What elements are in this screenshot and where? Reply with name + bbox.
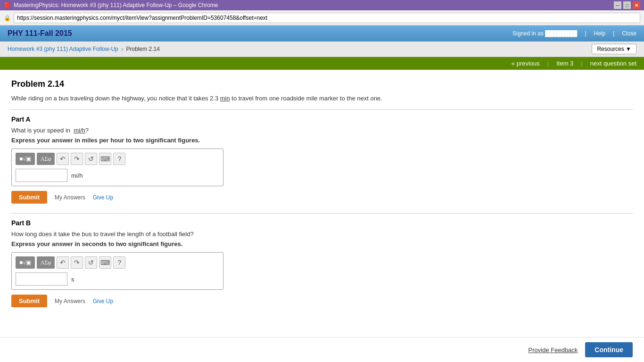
close-window-button[interactable]: ✕ xyxy=(633,1,640,9)
title-bar-controls[interactable]: ─ □ ✕ xyxy=(614,1,640,9)
browser-icon: 🔴 xyxy=(4,2,11,8)
undo-button-b[interactable]: ↶ xyxy=(57,256,69,269)
minimize-button[interactable]: ─ xyxy=(614,1,621,9)
course-title: PHY 111-Fall 2015 xyxy=(8,29,72,38)
divider-b xyxy=(11,213,633,214)
address-bar: 🔒 xyxy=(0,10,644,25)
header-separator: | xyxy=(585,30,586,37)
problem-unit1: min xyxy=(220,95,230,102)
nav-separator1: | xyxy=(547,60,549,67)
part-a-input[interactable] xyxy=(16,169,67,182)
next-link[interactable]: next question set xyxy=(590,60,636,67)
nav-bar: « previous | Item 3 | next question set xyxy=(0,57,644,70)
keyboard-button-a[interactable]: ⌨ xyxy=(99,153,111,165)
problem-title: Problem 2.14 xyxy=(11,79,633,89)
help-button-b[interactable]: ? xyxy=(113,256,125,269)
close-link[interactable]: Close xyxy=(622,30,636,37)
help-button-a[interactable]: ? xyxy=(113,153,125,165)
help-link[interactable]: Help xyxy=(594,30,606,37)
part-a-my-answers: My Answers xyxy=(55,194,85,201)
part-a-section: Part A What is your speed in mi/h? Expre… xyxy=(11,115,633,204)
resources-button[interactable]: Resources ▼ xyxy=(592,44,636,54)
part-b-submit-button[interactable]: Submit xyxy=(11,295,47,307)
header-separator2: | xyxy=(613,30,614,37)
breadcrumb-separator: › xyxy=(121,45,124,53)
undo-button-a[interactable]: ↶ xyxy=(57,153,69,165)
symbol-button-a[interactable]: ΑΣφ xyxy=(37,153,55,165)
part-a-answer-box: ■√▣ ΑΣφ ↶ ↷ ↺ ⌨ ? mi/h xyxy=(11,148,223,186)
main-content: Problem 2.14 While riding on a bus trave… xyxy=(0,70,644,326)
window-title: MasteringPhysics: Homework #3 (phy 111) … xyxy=(14,2,218,8)
math-button-b[interactable]: ■√▣ xyxy=(16,256,35,269)
description-text: While riding on a bus traveling down the… xyxy=(11,95,218,102)
breadcrumb-bar: Homework #3 (phy 111) Adaptive Follow-Up… xyxy=(0,41,644,57)
part-a-question: What is your speed in mi/h? xyxy=(11,127,633,134)
nav-separator2: | xyxy=(581,60,582,67)
header-right: Signed in as ████████ | Help | Close xyxy=(512,30,636,37)
part-b-toolbar: ■√▣ ΑΣφ ↶ ↷ ↺ ⌨ ? xyxy=(16,256,219,269)
part-b-section: Part B How long does it take the bus to … xyxy=(11,219,633,307)
redo-button-b[interactable]: ↷ xyxy=(71,256,83,269)
divider-a xyxy=(11,109,633,110)
part-a-unit-label: mi/h xyxy=(71,172,83,179)
part-b-give-up[interactable]: Give Up xyxy=(93,298,113,304)
part-a-toolbar: ■√▣ ΑΣφ ↶ ↷ ↺ ⌨ ? xyxy=(16,153,219,165)
part-b-answer-row: s xyxy=(16,272,219,286)
part-b-unit-label: s xyxy=(71,276,74,283)
redo-button-a[interactable]: ↷ xyxy=(71,153,83,165)
previous-link[interactable]: « previous xyxy=(512,60,540,67)
title-bar: 🔴 MasteringPhysics: Homework #3 (phy 111… xyxy=(0,0,644,10)
part-b-input[interactable] xyxy=(16,272,67,286)
part-a-unit: mi/h? xyxy=(72,127,89,134)
app-header: PHY 111-Fall 2015 Signed in as ████████ … xyxy=(0,25,644,41)
homework-link[interactable]: Homework #3 (phy 111) Adaptive Follow-Up xyxy=(8,46,118,52)
address-input[interactable] xyxy=(14,13,640,23)
part-a-instruction: Express your answer in miles per hour to… xyxy=(11,137,633,144)
maximize-button[interactable]: □ xyxy=(623,1,631,9)
lock-icon: 🔒 xyxy=(4,15,11,21)
math-button-a[interactable]: ■√▣ xyxy=(16,153,35,165)
problem-description: While riding on a bus traveling down the… xyxy=(11,95,633,102)
part-b-header: Part B xyxy=(11,219,633,227)
current-item-label: Item 3 xyxy=(556,60,573,67)
description-cont: to travel from one roadside mile marker … xyxy=(231,95,382,102)
part-a-give-up[interactable]: Give Up xyxy=(93,194,113,201)
title-bar-left: 🔴 MasteringPhysics: Homework #3 (phy 111… xyxy=(4,2,218,8)
part-a-submit-row: Submit My Answers Give Up xyxy=(11,191,633,204)
part-a-header: Part A xyxy=(11,115,633,123)
part-b-my-answers: My Answers xyxy=(55,298,85,304)
part-b-question: How long does it take the bus to travel … xyxy=(11,230,633,238)
signed-in-label: Signed in as ████████ xyxy=(512,30,577,37)
keyboard-button-b[interactable]: ⌨ xyxy=(99,256,111,269)
breadcrumb: Homework #3 (phy 111) Adaptive Follow-Up… xyxy=(8,45,160,53)
part-a-answer-row: mi/h xyxy=(16,169,219,182)
symbol-button-b[interactable]: ΑΣφ xyxy=(37,256,55,269)
refresh-button-b[interactable]: ↺ xyxy=(85,256,97,269)
username-label: ████████ xyxy=(545,30,577,37)
current-page: Problem 2.14 xyxy=(126,46,159,52)
part-a-submit-button[interactable]: Submit xyxy=(11,191,47,204)
part-b-answer-box: ■√▣ ΑΣφ ↶ ↷ ↺ ⌨ ? s xyxy=(11,252,223,290)
part-b-instruction: Express your answer in seconds to two si… xyxy=(11,240,633,247)
refresh-button-a[interactable]: ↺ xyxy=(85,153,97,165)
part-b-submit-row: Submit My Answers Give Up xyxy=(11,295,633,307)
